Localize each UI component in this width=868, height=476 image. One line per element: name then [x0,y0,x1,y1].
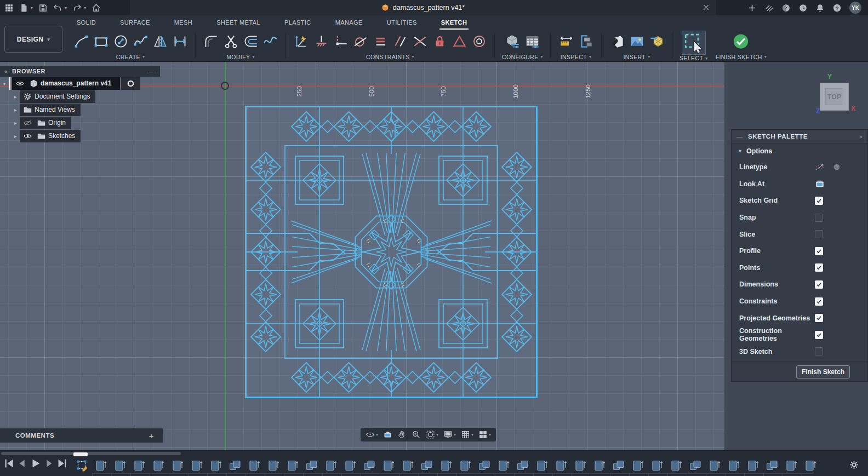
timeline-feature-extrude-30[interactable] [650,459,664,472]
concentric-icon[interactable] [471,33,487,50]
tab-mesh[interactable]: MESH [174,19,192,26]
redo-caret[interactable]: ▾ [84,5,86,10]
construction-linetype-icon[interactable] [815,162,825,172]
browser-item-origin[interactable]: ▸Origin [0,116,160,129]
tab-sketch[interactable]: SKETCH [441,19,467,26]
comments-bar[interactable]: COMMENTS + [0,428,163,443]
timeline-feature-combine-12[interactable] [305,459,318,472]
minimize-panel-icon[interactable]: — [149,68,155,74]
timeline-feature-extrude-6[interactable] [190,459,203,472]
timeline-feature-extrude-35[interactable] [746,459,760,472]
nav-grid-settings-icon[interactable]: ▾ [461,430,473,439]
help-icon[interactable]: ? [832,3,842,13]
nav-orbit-icon[interactable]: ▾ [366,430,378,439]
chevron-right-icon[interactable]: ▸ [11,107,20,113]
snap-checkbox[interactable] [815,214,823,222]
timeline-feature-extrude-24[interactable] [535,459,549,472]
workspace-switcher-design[interactable]: DESIGN▾ [4,26,62,53]
slice-checkbox[interactable] [815,230,823,238]
timeline-feature-combine-23[interactable] [516,459,529,472]
timeline-feature-extrude-4[interactable] [152,459,165,472]
new-document-icon[interactable] [747,3,757,13]
sketch-grid-checkbox[interactable] [815,197,823,205]
nav-viewports-icon[interactable]: ▾ [478,430,491,439]
group-label-configure[interactable]: CONFIGURE▾ [502,52,543,61]
insert-derive-icon[interactable] [609,33,625,50]
nav-look-at-face-icon[interactable] [383,430,392,439]
tab-utilities[interactable]: UTILITIES [387,19,417,26]
browser-item-named-views[interactable]: ▸Named Views [0,103,160,116]
break-curve-icon[interactable] [262,33,278,50]
chevron-right-icon[interactable]: ▸ [11,94,20,100]
timeline-feature-extrude-33[interactable] [708,459,721,472]
skip-to-end-button[interactable] [56,457,68,469]
configure-feature-icon[interactable] [505,33,521,50]
step-forward-button[interactable] [43,457,55,469]
view-cube[interactable]: TOP [820,83,849,111]
browser-item-sketches[interactable]: ▸Sketches [0,129,160,142]
collapse-palette-icon[interactable]: — [736,133,743,140]
perpendicular-icon[interactable] [412,33,428,50]
sketch-line-icon[interactable] [73,33,89,50]
timeline-feature-extrude-22[interactable] [497,459,510,472]
nav-zoom-icon[interactable] [412,430,421,439]
group-label-create[interactable]: CREATE▾ [116,52,145,61]
sketch-spline-icon[interactable] [132,33,149,50]
avatar[interactable]: YK [849,2,861,14]
timeline-active-sketch-item[interactable] [76,458,89,472]
parallel-icon[interactable] [392,33,408,50]
timeline-feature-extrude-34[interactable] [727,459,740,472]
offset-icon[interactable] [242,33,259,50]
horizontal-vertical-icon[interactable] [333,33,349,50]
equal-icon[interactable] [372,33,389,50]
measure-icon[interactable] [558,33,574,50]
trim-icon[interactable] [222,33,239,50]
sketch-palette-header[interactable]: — SKETCH PALETTE » [732,130,867,144]
timeline-feature-combine-15[interactable] [363,459,376,472]
recent-activity-icon[interactable] [798,3,808,13]
insert-mesh-icon[interactable] [648,33,665,50]
timeline-feature-extrude-10[interactable] [267,459,280,472]
tangent-icon[interactable] [352,33,369,50]
profile-checkbox[interactable] [815,247,823,255]
group-label-modify[interactable]: MODIFY▾ [226,52,255,61]
timeline-feature-extrude-37[interactable] [785,459,798,472]
browser-panel-header[interactable]: « BROWSER — [0,66,160,77]
timeline-feature-combine-36[interactable] [766,459,779,472]
expand-palette-icon[interactable]: » [859,134,863,140]
nav-fit-icon[interactable]: ▾ [426,430,438,439]
timeline-scrollbar[interactable] [1,452,181,455]
timeline-feature-extrude-26[interactable] [574,459,587,472]
timeline-feature-extrude-20[interactable] [459,459,472,472]
timeline-feature-extrude-27[interactable] [593,459,606,472]
timeline-feature-extrude-19[interactable] [439,459,453,472]
midpoint-icon[interactable] [313,33,329,50]
timeline-feature-combine-28[interactable] [612,459,625,472]
visibility-eye-icon[interactable] [23,131,32,141]
fillet-icon[interactable] [203,33,219,50]
nav-display-settings-icon[interactable]: ▾ [443,430,456,439]
notifications-bell-icon[interactable] [815,3,825,13]
constraints-checkbox[interactable] [815,297,823,306]
activate-component-target[interactable] [121,77,140,90]
timeline-feature-extrude-31[interactable] [670,459,683,472]
sketch-dimension-tool-icon[interactable] [172,33,188,50]
timeline-feature-extrude-1[interactable] [94,459,107,472]
symmetry-icon[interactable] [451,33,467,50]
document-tab[interactable]: damascus_pattern v41* [130,0,716,15]
damascus-sketch-geometry[interactable] [245,106,538,398]
job-status-icon[interactable] [764,3,774,13]
app-launcher-icon[interactable] [4,3,14,13]
insert-image-icon[interactable] [629,33,645,50]
browser-root-item[interactable]: ▾damascus_pattern v41 [0,77,160,90]
save-icon[interactable] [38,3,48,13]
timeline-feature-extrude-17[interactable] [401,459,414,472]
group-label-constraints[interactable]: CONSTRAINTS▾ [366,52,414,61]
points-checkbox[interactable] [815,263,823,272]
section-analysis-icon[interactable] [578,33,594,50]
group-label-select[interactable]: SELECT▾ [679,55,708,61]
tab-sheet-metal[interactable]: SHEET METAL [216,19,260,26]
home-icon[interactable] [92,3,101,13]
timeline-feature-extrude-5[interactable] [171,459,184,472]
browser-item-document-settings[interactable]: ▸Document Settings [0,90,160,103]
